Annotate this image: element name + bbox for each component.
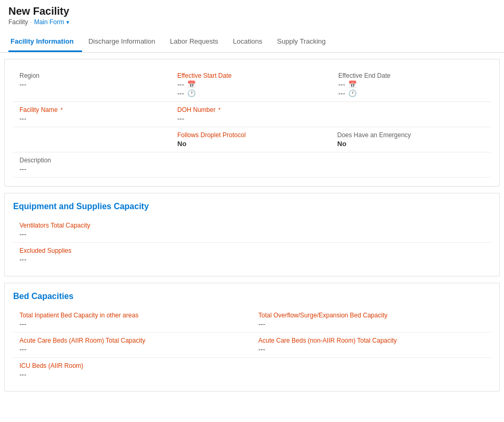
start-time-clock-icon[interactable]: 🕐 (187, 89, 196, 97)
description-field: Description --- (13, 152, 171, 177)
doh-number-field: DOH Number * --- (171, 102, 331, 127)
total-inpatient-field: Total Inpatient Bed Capacity in other ar… (13, 307, 252, 333)
doh-number-label: DOH Number * (177, 106, 325, 114)
page-title: New Facility (8, 5, 496, 17)
start-date-calendar-icon[interactable]: 📅 (187, 80, 196, 88)
tab-bar: Facility Information Discharge Informati… (0, 32, 504, 53)
acute-care-aiir-field: Acute Care Beds (AIIR Room) Total Capaci… (13, 333, 252, 358)
row-facility-name: Facility Name * --- DOH Number * --- (13, 102, 491, 127)
icu-beds-aiir-label: ICU Beds (AIIR Room) (19, 362, 246, 369)
total-overflow-field: Total Overflow/Surge/Expansion Bed Capac… (252, 307, 491, 333)
facility-name-required: * (61, 107, 63, 113)
tab-labor-requests[interactable]: Labor Requests (168, 32, 227, 52)
total-overflow-value: --- (258, 320, 485, 328)
empty-cell-3 (171, 152, 491, 177)
equipment-grid: Ventilators Total Capacity --- Excluded … (13, 218, 491, 267)
row-protocol: Follows Droplet Protocol No Does Have an… (13, 127, 491, 152)
end-date-value: --- (338, 80, 345, 88)
has-emergency-value: No (337, 140, 485, 148)
icu-beds-aiir-field: ICU Beds (AIIR Room) --- (13, 358, 252, 383)
excluded-supplies-label: Excluded Supplies (19, 247, 165, 254)
droplet-protocol-label: Follows Droplet Protocol (177, 131, 325, 139)
bed-grid: Total Inpatient Bed Capacity in other ar… (13, 307, 491, 383)
start-date-line: --- 📅 (177, 80, 326, 88)
tab-facility-information[interactable]: Facility Information (8, 32, 82, 52)
breadcrumb: Facility · Main Form ▾ (8, 18, 496, 26)
facility-name-field: Facility Name * --- (13, 102, 171, 127)
doh-number-value: --- (177, 115, 325, 122)
description-label: Description (19, 157, 165, 164)
end-date-calendar-icon[interactable]: 📅 (348, 80, 357, 88)
effective-end-date-field: Effective End Date --- 📅 --- 🕐 (332, 68, 491, 101)
bed-section-title: Bed Capacities (13, 292, 491, 301)
start-time-line: --- 🕐 (177, 89, 326, 97)
total-overflow-label: Total Overflow/Surge/Expansion Bed Capac… (258, 312, 485, 319)
main-content: Region --- Effective Start Date --- 📅 --… (0, 59, 504, 392)
tab-locations[interactable]: Locations (231, 32, 271, 52)
tab-discharge-information[interactable]: Discharge Information (86, 32, 164, 52)
facility-info-card: Region --- Effective Start Date --- 📅 --… (4, 59, 500, 187)
ventilators-value: --- (19, 230, 165, 238)
doh-number-required: * (218, 107, 220, 113)
ventilators-label: Ventilators Total Capacity (19, 222, 165, 229)
ventilators-field: Ventilators Total Capacity --- (13, 218, 171, 243)
region-label: Region (19, 72, 165, 79)
end-time-line: --- 🕐 (338, 89, 485, 97)
effective-start-date-label: Effective Start Date (177, 72, 326, 79)
facility-name-value: --- (19, 115, 165, 122)
has-emergency-field: Does Have an Emergency No (331, 127, 491, 152)
acute-care-non-aiir-value: --- (258, 345, 485, 353)
end-time-value: --- (338, 89, 345, 97)
start-date-value: --- (177, 80, 184, 88)
icu-beds-aiir-value: --- (19, 370, 246, 378)
has-emergency-label: Does Have an Emergency (337, 131, 485, 139)
row-region: Region --- Effective Start Date --- 📅 --… (13, 68, 491, 102)
empty-cell-2 (13, 127, 171, 152)
equipment-section-title: Equipment and Supplies Capacity (13, 202, 491, 211)
effective-end-date-label: Effective End Date (338, 72, 485, 79)
breadcrumb-separator: · (30, 18, 32, 26)
excluded-supplies-field: Excluded Supplies --- (13, 243, 171, 267)
droplet-protocol-value: No (177, 140, 325, 148)
start-time-value: --- (177, 89, 184, 97)
acute-care-aiir-label: Acute Care Beds (AIIR Room) Total Capaci… (19, 337, 246, 344)
effective-end-dates: --- 📅 --- 🕐 (338, 80, 485, 97)
acute-care-non-aiir-label: Acute Care Beds (non-AIIR Room) Total Ca… (258, 337, 485, 344)
equipment-supplies-card: Equipment and Supplies Capacity Ventilat… (4, 193, 500, 276)
description-value: --- (19, 165, 165, 173)
end-time-clock-icon[interactable]: 🕐 (348, 89, 357, 97)
effective-start-dates: --- 📅 --- 🕐 (177, 80, 326, 97)
total-inpatient-label: Total Inpatient Bed Capacity in other ar… (19, 312, 246, 319)
tab-supply-tracking[interactable]: Supply Tracking (275, 32, 335, 52)
empty-cell-1 (331, 102, 491, 127)
excluded-supplies-value: --- (19, 255, 165, 263)
region-field: Region --- (13, 68, 171, 101)
excluded-supplies-empty (171, 243, 491, 267)
total-inpatient-value: --- (19, 320, 246, 328)
acute-care-non-aiir-field: Acute Care Beds (non-AIIR Room) Total Ca… (252, 333, 491, 358)
acute-care-aiir-value: --- (19, 345, 246, 353)
page-header: New Facility Facility · Main Form ▾ (0, 0, 504, 28)
bed-capacities-card: Bed Capacities Total Inpatient Bed Capac… (4, 283, 500, 392)
region-value: --- (19, 80, 165, 88)
end-date-line: --- 📅 (338, 80, 485, 88)
breadcrumb-facility: Facility (8, 18, 28, 26)
droplet-protocol-field: Follows Droplet Protocol No (171, 127, 331, 152)
facility-name-label: Facility Name * (19, 106, 165, 114)
ventilators-empty (171, 218, 491, 243)
icu-empty (252, 358, 491, 383)
breadcrumb-dropdown-icon[interactable]: ▾ (66, 19, 69, 26)
breadcrumb-main-form[interactable]: Main Form (34, 18, 64, 26)
row-description: Description --- (13, 152, 491, 178)
effective-start-date-field: Effective Start Date --- 📅 --- 🕐 (171, 68, 332, 101)
